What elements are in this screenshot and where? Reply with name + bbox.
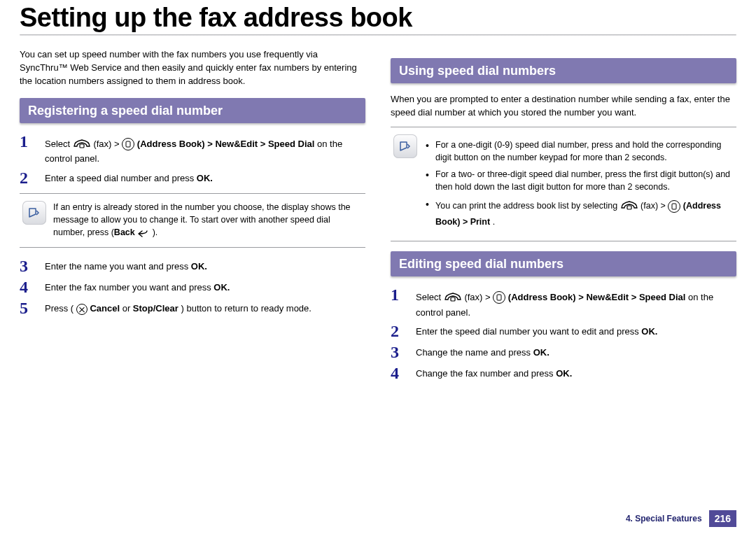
back-icon bbox=[137, 229, 150, 237]
step-text: (fax) > bbox=[93, 139, 122, 149]
step-bold: OK. bbox=[191, 261, 207, 272]
note-text: For a one-digit (0-9) speed dial number,… bbox=[424, 134, 732, 232]
step-bold: (Address Book) > bbox=[508, 292, 587, 302]
note-icon bbox=[393, 134, 417, 158]
step-text: Enter the speed dial number you want to … bbox=[416, 326, 641, 337]
address-book-icon bbox=[668, 200, 680, 213]
note-trail: ). bbox=[153, 227, 158, 237]
step-1: 1 Select (fax) > (Address Book) > New&Ed… bbox=[391, 286, 736, 318]
step-text: Change the name and press bbox=[416, 347, 533, 358]
step-bold: OK. bbox=[533, 347, 550, 358]
using-para: When you are prompted to enter a destina… bbox=[391, 93, 736, 120]
address-book-icon bbox=[122, 138, 134, 150]
note-icon bbox=[22, 201, 46, 225]
step-text: ) button to return to ready mode. bbox=[181, 303, 312, 314]
step-text: Enter a speed dial number and press bbox=[45, 173, 197, 183]
heading-register-speed-dial: Registering a speed dial number bbox=[20, 98, 365, 123]
step-bold: New&Edit > Speed Dial bbox=[586, 292, 685, 302]
step-bold: OK. bbox=[556, 368, 572, 379]
step-bold: OK. bbox=[197, 173, 213, 183]
note-bold: Print bbox=[470, 217, 490, 227]
page-footer: 4. Special Features 216 bbox=[626, 510, 736, 527]
fax-icon bbox=[620, 197, 638, 215]
step-text: Press ( bbox=[45, 303, 74, 314]
note-body-text: If an entry is already stored in the num… bbox=[53, 202, 351, 237]
svg-rect-2 bbox=[627, 206, 631, 209]
step-5: 5 Press ( Cancel or Stop/Clear ) button … bbox=[20, 300, 365, 316]
cancel-icon bbox=[76, 304, 88, 315]
note-bullet: For a two- or three-digit speed dial num… bbox=[424, 168, 732, 193]
address-book-icon bbox=[493, 291, 505, 304]
step-bold: Stop/Clear bbox=[133, 303, 178, 314]
note-text: You can print the address book list by s… bbox=[435, 201, 620, 211]
note-text: (fax) > bbox=[640, 201, 668, 211]
fax-icon bbox=[444, 289, 462, 307]
back-label: Back bbox=[114, 227, 137, 237]
step-4: 4 Change the fax number and press OK. bbox=[391, 365, 736, 381]
step-1: 1 Select (fax) > (Address Book) > New&Ed… bbox=[20, 133, 365, 165]
step-number: 1 bbox=[20, 133, 45, 150]
svg-rect-1 bbox=[126, 141, 130, 147]
note-bullet: You can print the address book list by s… bbox=[424, 197, 732, 227]
page-number: 216 bbox=[709, 510, 736, 527]
step-text: Enter the name you want and press bbox=[45, 261, 191, 272]
svg-rect-5 bbox=[497, 295, 501, 300]
note-bullet: For a one-digit (0-9) speed dial number,… bbox=[424, 139, 732, 164]
step-text: Select bbox=[45, 139, 73, 149]
svg-rect-3 bbox=[672, 204, 676, 209]
page-title: Setting up the fax address book bbox=[20, 3, 736, 33]
heading-using-speed-dial: Using speed dial numbers bbox=[391, 58, 736, 83]
step-number: 5 bbox=[20, 300, 45, 316]
step-bold: New&Edit > Speed Dial bbox=[215, 139, 314, 149]
step-number: 2 bbox=[20, 169, 45, 186]
step-number: 1 bbox=[391, 286, 416, 303]
note-box: For a one-digit (0-9) speed dial number,… bbox=[391, 127, 736, 241]
step-text: or bbox=[122, 303, 133, 314]
note-text: If an entry is already stored in the num… bbox=[53, 201, 361, 239]
step-2: 2 Enter a speed dial number and press OK… bbox=[20, 169, 365, 186]
step-3: 3 Enter the name you want and press OK. bbox=[20, 258, 365, 274]
note-box: If an entry is already stored in the num… bbox=[20, 193, 365, 248]
heading-editing-speed-dial: Editing speed dial numbers bbox=[391, 251, 736, 276]
svg-rect-0 bbox=[80, 144, 84, 148]
fax-icon bbox=[73, 136, 91, 153]
note-text: . bbox=[493, 217, 495, 227]
step-number: 2 bbox=[391, 323, 416, 339]
step-bold: OK. bbox=[214, 282, 230, 293]
step-3: 3 Change the name and press OK. bbox=[391, 344, 736, 360]
step-bold: OK. bbox=[641, 326, 657, 337]
step-number: 3 bbox=[391, 344, 416, 360]
intro-text: You can set up speed number with the fax… bbox=[20, 48, 365, 88]
step-text: Enter the fax number you want and press bbox=[45, 282, 214, 293]
svg-rect-4 bbox=[451, 297, 455, 301]
step-number: 4 bbox=[391, 365, 416, 381]
step-bold: Cancel bbox=[90, 303, 120, 314]
step-text: Select bbox=[416, 292, 444, 302]
right-column: Using speed dial numbers When you are pr… bbox=[391, 48, 736, 386]
step-text: (fax) > bbox=[464, 292, 493, 302]
step-number: 3 bbox=[20, 258, 45, 274]
title-rule bbox=[20, 34, 736, 36]
step-number: 4 bbox=[20, 279, 45, 295]
step-bold: (Address Book) > bbox=[137, 139, 216, 149]
chapter-label: 4. Special Features bbox=[626, 514, 702, 524]
step-2: 2 Enter the speed dial number you want t… bbox=[391, 323, 736, 339]
left-column: You can set up speed number with the fax… bbox=[20, 48, 365, 386]
step-text: Change the fax number and press bbox=[416, 368, 556, 379]
step-4: 4 Enter the fax number you want and pres… bbox=[20, 279, 365, 295]
